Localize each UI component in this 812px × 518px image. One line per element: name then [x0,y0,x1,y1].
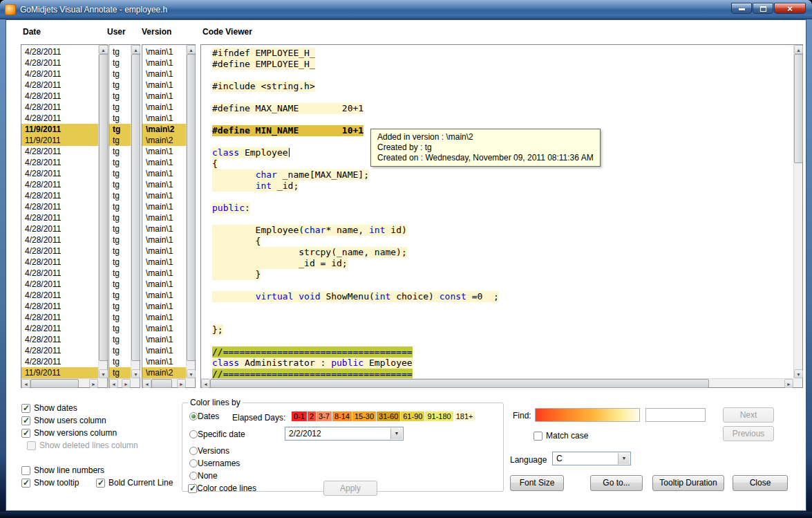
find-input[interactable] [535,408,640,422]
user-list-vertical-scrollbar[interactable]: ▲ ▼ [131,45,140,378]
version-list[interactable]: \main\1\main\1\main\1\main\1\main\1\main… [142,44,196,388]
list-item[interactable]: \main\2 [142,135,186,146]
list-item[interactable]: tg [109,246,131,257]
list-item[interactable]: tg [109,223,131,234]
list-item[interactable]: 4/28/2011 [21,57,98,68]
scroll-down-icon[interactable]: ▼ [131,369,140,378]
list-item[interactable]: 4/28/2011 [21,91,98,102]
list-item[interactable]: tg [109,80,131,91]
list-item[interactable]: \main\1 [142,234,186,246]
code-line[interactable]: } [212,269,793,280]
chevron-down-icon[interactable]: ▼ [618,453,630,464]
list-item[interactable]: tg [109,91,131,102]
scroll-right-icon[interactable]: ► [177,379,186,388]
scroll-left-icon[interactable]: ◄ [201,379,210,388]
list-item[interactable]: \main\2 [142,124,186,135]
list-item[interactable]: \main\1 [142,80,186,91]
list-item[interactable]: 4/28/2011 [21,190,98,201]
find-secondary-input[interactable] [645,408,706,422]
list-item[interactable]: tg [109,168,131,179]
list-item[interactable]: \main\1 [142,334,186,345]
checkbox-show-dates[interactable]: Show dates [21,403,77,413]
list-item[interactable]: \main\1 [142,168,186,179]
version-list-vertical-scrollbar[interactable]: ▲ ▼ [186,45,195,378]
list-item[interactable]: 11/9/2011 [21,124,98,135]
list-item[interactable]: tg [109,301,131,312]
list-item[interactable]: tg [109,146,131,157]
code-line[interactable]: #define MAX_NAME 20+1 [212,103,793,114]
list-item[interactable]: tg [109,334,131,345]
list-item[interactable]: tg [109,57,131,68]
checkbox-show-tooltip[interactable]: Show tooltip [21,478,79,488]
next-button[interactable]: Next [723,407,774,423]
list-item[interactable]: tg [109,367,131,378]
list-item[interactable]: tg [109,190,131,201]
list-item[interactable]: 4/28/2011 [21,279,98,290]
list-item[interactable]: tg [109,179,131,190]
apply-button[interactable]: Apply [323,481,377,496]
list-item[interactable]: 4/28/2011 [21,168,98,179]
code-viewer-panel[interactable]: #ifndef EMPLOYEE_H_#define EMPLOYEE_H_#i… [200,44,803,388]
list-item[interactable]: 4/28/2011 [21,301,98,312]
scroll-right-icon[interactable]: ► [89,379,98,388]
scroll-right-icon[interactable]: ► [784,379,793,388]
list-item[interactable]: \main\1 [142,102,186,113]
list-item[interactable]: tg [109,212,131,223]
list-item[interactable]: 4/28/2011 [21,246,98,257]
list-item[interactable]: 4/28/2011 [21,356,98,367]
scroll-up-icon[interactable]: ▲ [99,45,108,54]
scrollbar-thumb[interactable] [210,379,709,388]
code-line[interactable] [212,335,793,346]
code-line[interactable] [212,114,793,125]
list-item[interactable]: 4/28/2011 [21,201,98,212]
list-item[interactable]: \main\2 [142,367,186,378]
user-list[interactable]: tgtgtgtgtgtgtgtgtgtgtgtgtgtgtgtgtgtgtgtg… [108,44,140,388]
code-line[interactable]: char _name[MAX_NAME]; [212,169,793,181]
scrollbar-thumb[interactable] [794,54,803,163]
list-item[interactable]: \main\1 [142,268,186,279]
scroll-up-icon[interactable]: ▲ [131,45,140,54]
scroll-up-icon[interactable]: ▲ [794,45,803,54]
list-item[interactable]: \main\1 [142,345,186,356]
list-item[interactable]: \main\1 [142,301,186,312]
list-item[interactable]: tg [109,268,131,279]
list-item[interactable]: tg [109,157,131,168]
scrollbar-thumb[interactable] [187,54,196,361]
tooltip-duration-button[interactable]: Tooltip Duration [652,475,724,491]
list-item[interactable]: tg [109,323,131,334]
list-item[interactable]: 11/9/2011 [21,135,98,146]
previous-button[interactable]: Previous [723,426,774,441]
code-line[interactable] [212,214,793,225]
scroll-down-icon[interactable]: ▼ [99,369,108,378]
list-item[interactable]: \main\1 [142,113,186,124]
list-item[interactable]: 4/28/2011 [21,345,98,356]
list-item[interactable]: \main\1 [142,290,186,301]
list-item[interactable]: \main\1 [142,257,186,268]
list-item[interactable]: 4/28/2011 [21,68,98,80]
radio-none[interactable]: None [189,471,218,481]
list-item[interactable]: tg [109,68,131,80]
close-window-button[interactable]: × [774,3,806,14]
scrollbar-thumb[interactable] [30,379,79,388]
list-item[interactable]: 4/28/2011 [21,179,98,190]
maximize-button[interactable] [753,3,773,14]
list-item[interactable]: 4/28/2011 [21,334,98,345]
scrollbar-thumb[interactable] [151,379,172,388]
list-item[interactable]: 4/28/2011 [21,223,98,234]
scroll-down-icon[interactable]: ▼ [794,369,803,378]
minimize-button[interactable] [731,3,752,14]
code-line[interactable]: #ifndef EMPLOYEE_H_ [212,48,793,59]
list-item[interactable]: \main\1 [142,146,186,157]
code-viewer-horizontal-scrollbar[interactable]: ◄ ► [201,378,793,387]
list-item[interactable]: tg [109,234,131,246]
list-item[interactable]: tg [109,312,131,323]
scrollbar-thumb[interactable] [131,54,140,361]
list-item[interactable]: tg [109,257,131,268]
list-item[interactable]: \main\1 [142,279,186,290]
code-line[interactable]: #define EMPLOYEE_H_ [212,59,793,70]
list-item[interactable]: \main\1 [142,246,186,257]
list-item[interactable]: 4/28/2011 [21,312,98,323]
list-item[interactable]: tg [109,135,131,146]
language-dropdown[interactable]: C ▼ [552,452,631,465]
code-line[interactable]: virtual void ShowMenu(int choice) const … [212,291,793,302]
